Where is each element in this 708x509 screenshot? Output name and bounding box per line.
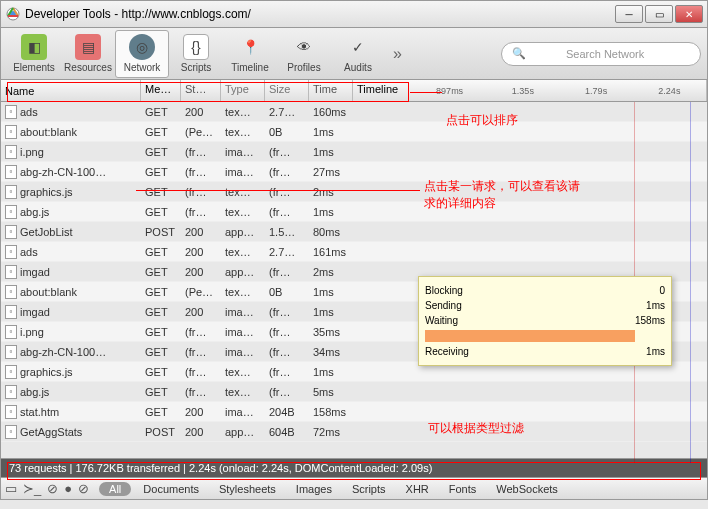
table-row[interactable]: ▫GetAggStats POST200app… 604B72ms (1, 422, 707, 442)
header-method[interactable]: Me… (141, 80, 181, 101)
file-icon: ▫ (5, 365, 17, 379)
window-titlebar: Developer Tools - http://www.cnblogs.com… (0, 0, 708, 28)
tab-resources[interactable]: ▤Resources (61, 30, 115, 78)
file-icon: ▫ (5, 245, 17, 259)
table-row[interactable]: ▫i.png GET(fr…ima… (fr…1ms (1, 142, 707, 162)
tab-network[interactable]: ◎Network (115, 30, 169, 78)
status-bar: 73 requests | 176.72KB transferred | 2.2… (0, 458, 708, 478)
file-icon: ▫ (5, 205, 17, 219)
table-row[interactable]: ▫abg.js GET(fr…tex… (fr…5ms (1, 382, 707, 402)
file-icon: ▫ (5, 385, 17, 399)
file-icon: ▫ (5, 425, 17, 439)
tab-profiles[interactable]: 👁Profiles (277, 30, 331, 78)
file-icon: ▫ (5, 145, 17, 159)
header-status[interactable]: St… (181, 80, 221, 101)
record-icon[interactable]: ● (64, 481, 72, 496)
overflow-icon[interactable]: » (393, 45, 402, 63)
maximize-button[interactable]: ▭ (645, 5, 673, 23)
table-row[interactable]: ▫abg-zh-CN-100… GET(fr…ima… (fr…27ms (1, 162, 707, 182)
file-icon: ▫ (5, 405, 17, 419)
header-size[interactable]: Size (265, 80, 309, 101)
table-row[interactable]: ▫stat.htm GET200ima… 204B158ms (1, 402, 707, 422)
table-row[interactable]: ▫about:blank GET(Pe…tex… 0B1ms (1, 122, 707, 142)
file-icon: ▫ (5, 325, 17, 339)
table-row[interactable]: ▫ads GET200tex… 2.7…160ms (1, 102, 707, 122)
window-title: Developer Tools - http://www.cnblogs.com… (25, 7, 251, 21)
tab-elements[interactable]: ◧Elements (7, 30, 61, 78)
timing-tooltip: Blocking0 Sending1ms Waiting158ms Receiv… (418, 276, 672, 366)
tab-timeline[interactable]: 📍Timeline (223, 30, 277, 78)
file-icon: ▫ (5, 345, 17, 359)
table-row[interactable]: ▫ads GET200tex… 2.7…161ms 160ms →| |← 1m… (1, 242, 707, 262)
table-row[interactable]: ▫GetJobList POST200app… 1.5…80ms (1, 222, 707, 242)
file-icon: ▫ (5, 185, 17, 199)
file-icon: ▫ (5, 305, 17, 319)
search-input[interactable]: 🔍 Search Network (501, 42, 701, 66)
tab-scripts[interactable]: {}Scripts (169, 30, 223, 78)
filter-websockets[interactable]: WebSockets (488, 483, 566, 495)
filter-stylesheets[interactable]: Stylesheets (211, 483, 284, 495)
table-header[interactable]: Name Me… St… Type Size Time Timeline 897… (0, 80, 708, 102)
filter-documents[interactable]: Documents (135, 483, 207, 495)
filter-images[interactable]: Images (288, 483, 340, 495)
header-name[interactable]: Name (1, 80, 141, 101)
tab-audits[interactable]: ✓Audits (331, 30, 385, 78)
drawer-icon[interactable]: ≻_ (23, 481, 41, 496)
minimize-button[interactable]: ─ (615, 5, 643, 23)
file-icon: ▫ (5, 125, 17, 139)
toolbar: ◧Elements ▤Resources ◎Network {}Scripts … (0, 28, 708, 80)
file-icon: ▫ (5, 225, 17, 239)
filter-fonts[interactable]: Fonts (441, 483, 485, 495)
chrome-icon (5, 6, 21, 22)
file-icon: ▫ (5, 265, 17, 279)
filter-all[interactable]: All (99, 482, 131, 496)
header-type[interactable]: Type (221, 80, 265, 101)
header-timeline[interactable]: Timeline 897ms1.35s1.79s2.24s (353, 80, 707, 101)
filter-bar: ▭ ≻_ ⊘ ● ⊘ All Documents Stylesheets Ima… (0, 478, 708, 500)
console-icon[interactable]: ▭ (5, 481, 17, 496)
filter-scripts[interactable]: Scripts (344, 483, 394, 495)
file-icon: ▫ (5, 165, 17, 179)
table-row[interactable]: ▫abg.js GET(fr…tex… (fr…1ms (1, 202, 707, 222)
clear-icon[interactable]: ⊘ (78, 481, 89, 496)
header-time[interactable]: Time (309, 80, 353, 101)
filter-xhr[interactable]: XHR (398, 483, 437, 495)
file-icon: ▫ (5, 105, 17, 119)
error-icon[interactable]: ⊘ (47, 481, 58, 496)
close-button[interactable]: ✕ (675, 5, 703, 23)
table-row[interactable]: ▫graphics.js GET(fr…tex… (fr…2ms (1, 182, 707, 202)
file-icon: ▫ (5, 285, 17, 299)
